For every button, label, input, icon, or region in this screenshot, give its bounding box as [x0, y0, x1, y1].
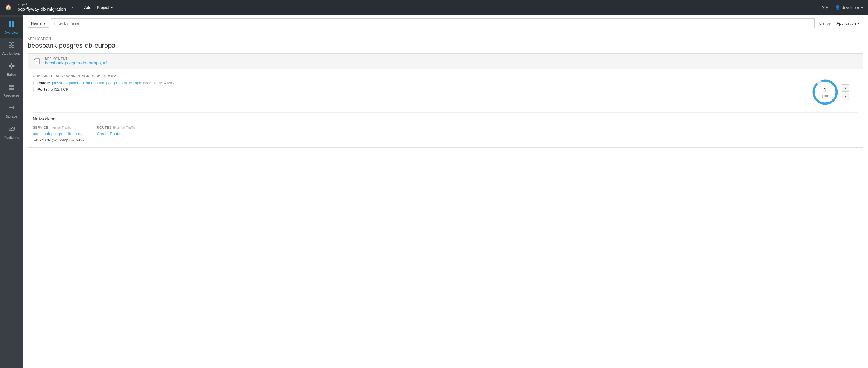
project-dropdown-arrow[interactable]: ▾: [71, 5, 73, 9]
svg-rect-14: [9, 87, 14, 88]
app-title: beosbank-posgres-db-europa: [28, 42, 863, 50]
svg-point-9: [11, 63, 12, 64]
project-label: Project: [18, 3, 66, 6]
ports-value: 5432/TCP: [51, 87, 69, 91]
pod-decrease-button[interactable]: ▼: [842, 93, 849, 100]
pod-count: 1 pod: [823, 86, 828, 98]
deployment-card: DEPLOYMENT beosbank-posgres-db-europa, #…: [28, 53, 863, 147]
pod-ring: 1 pod: [810, 77, 840, 107]
svg-point-12: [13, 65, 14, 66]
filter-type-select[interactable]: Name ▾: [28, 19, 49, 28]
top-navigation: 🏠 Project ocp-flyway-db-migration ▾ Add …: [0, 0, 868, 15]
networking-grid: SERVICE Internal Traffic beosbank-posgre…: [33, 125, 858, 142]
ports-row: Ports: 5432/TCP: [33, 87, 805, 91]
add-to-project-arrow: ▾: [111, 5, 113, 10]
create-route-link[interactable]: Create Route: [97, 132, 135, 136]
service-value: 5432/TCP (5432-tcp) → 5432: [33, 138, 85, 142]
service-sublabel: Internal Traffic: [50, 125, 71, 129]
deployment-body: CONTAINER: BEOSBANK-POSGRES-DB-EUROPA Im…: [28, 69, 863, 112]
svg-rect-23: [35, 58, 39, 64]
sidebar-item-label: Overview: [5, 31, 19, 34]
user-arrow: ▾: [861, 5, 863, 10]
sidebar-item-monitoring[interactable]: Monitoring: [0, 122, 23, 143]
filter-type-label: Name: [31, 21, 42, 26]
image-row: Image: jbossdevguidebook/beosbank_posgre…: [33, 81, 805, 85]
routes-label: ROUTES: [97, 125, 112, 129]
builds-expand-arrow: ›: [21, 68, 22, 71]
networking-section: Networking SERVICE Internal Traffic beos…: [28, 112, 863, 147]
pod-label: pod: [823, 94, 828, 98]
list-by-value: Application: [836, 21, 856, 26]
filter-type-arrow: ▾: [43, 21, 45, 26]
svg-rect-13: [9, 85, 14, 86]
user-icon: 👤: [835, 5, 840, 10]
kebab-menu-button[interactable]: ⋮: [850, 57, 858, 66]
svg-rect-4: [9, 43, 11, 45]
app-section-label: APPLICATION: [28, 37, 863, 40]
pod-controls: ▲ ▼: [842, 84, 849, 100]
svg-point-8: [10, 65, 13, 67]
svg-point-18: [13, 107, 14, 107]
image-size: 99.4 MiB: [159, 81, 174, 85]
svg-point-19: [13, 108, 14, 109]
monitoring-icon: [8, 125, 15, 134]
help-icon: ?: [822, 5, 825, 10]
image-hash: 8ede21a: [143, 81, 157, 85]
main-content: Name ▾ List by Application ▾ APPLICATION…: [23, 15, 868, 368]
filter-input[interactable]: [51, 18, 814, 28]
sidebar-item-applications[interactable]: Applications ›: [0, 38, 23, 59]
svg-rect-15: [9, 88, 14, 89]
list-by-label: List by: [819, 21, 831, 26]
svg-point-10: [11, 67, 12, 69]
sidebar-item-label: Storage: [5, 115, 17, 118]
add-to-project-label: Add to Project: [84, 5, 109, 10]
overview-icon: [8, 21, 15, 29]
storage-icon: [8, 105, 15, 113]
networking-divider: [33, 112, 858, 113]
networking-title: Networking: [33, 116, 858, 121]
sidebar: Overview Applications ›: [0, 15, 23, 368]
pod-section: 1 pod ▲ ▼: [810, 77, 849, 107]
svg-rect-0: [9, 21, 11, 24]
add-to-project-button[interactable]: Add to Project ▾: [84, 5, 113, 10]
sidebar-item-resources[interactable]: Resources ›: [0, 80, 23, 101]
home-icon[interactable]: 🏠: [5, 4, 11, 11]
builds-icon: [8, 63, 15, 71]
svg-rect-2: [9, 24, 11, 27]
sidebar-item-overview[interactable]: Overview: [0, 17, 23, 38]
svg-rect-1: [12, 21, 14, 24]
list-by-arrow: ▾: [858, 21, 860, 26]
service-header: SERVICE Internal Traffic: [33, 125, 85, 130]
sidebar-item-label: Applications: [2, 52, 20, 55]
container-header-label: CONTAINER: BEOSBANK-POSGRES-DB-EUROPA: [33, 74, 805, 78]
deployment-icon: [33, 57, 41, 65]
list-by-select[interactable]: Application ▾: [833, 19, 863, 27]
toolbar: Name ▾ List by Application ▾: [23, 15, 868, 32]
image-label: Image:: [37, 81, 50, 85]
svg-rect-6: [9, 46, 11, 48]
main-layout: Overview Applications ›: [0, 15, 868, 368]
sidebar-item-builds[interactable]: Builds ›: [0, 59, 23, 80]
sidebar-item-storage[interactable]: Storage: [0, 101, 23, 122]
help-button[interactable]: ? ▾: [822, 5, 828, 10]
sidebar-item-label: Monitoring: [4, 136, 19, 139]
project-name: ocp-flyway-db-migration: [18, 6, 66, 12]
service-link[interactable]: beosbank-posgres-db-europa: [33, 132, 85, 136]
routes-sublabel: External Traffic: [113, 125, 135, 129]
resources-expand-arrow: ›: [21, 89, 22, 92]
application-section: APPLICATION beosbank-posgres-db-europa: [23, 32, 868, 50]
service-label: SERVICE: [33, 125, 49, 129]
pod-increase-button[interactable]: ▲: [842, 84, 849, 91]
sidebar-item-label: Resources: [3, 94, 20, 97]
routes-column: ROUTES External Traffic Create Route: [97, 125, 135, 142]
image-link[interactable]: jbossdevguidebook/beosbank_posgres_db_eu…: [52, 81, 141, 85]
routes-header: ROUTES External Traffic: [97, 125, 135, 130]
svg-point-11: [9, 65, 10, 66]
applications-expand-arrow: ›: [21, 47, 22, 50]
deployment-name-link[interactable]: beosbank-posgres-db-europa, #1: [45, 60, 108, 65]
user-menu-button[interactable]: 👤 developer ▾: [835, 5, 863, 10]
deployment-section-label: DEPLOYMENT: [45, 57, 108, 60]
ports-label: Ports:: [37, 87, 49, 91]
project-info: Project ocp-flyway-db-migration: [18, 3, 66, 12]
svg-rect-3: [12, 24, 14, 27]
